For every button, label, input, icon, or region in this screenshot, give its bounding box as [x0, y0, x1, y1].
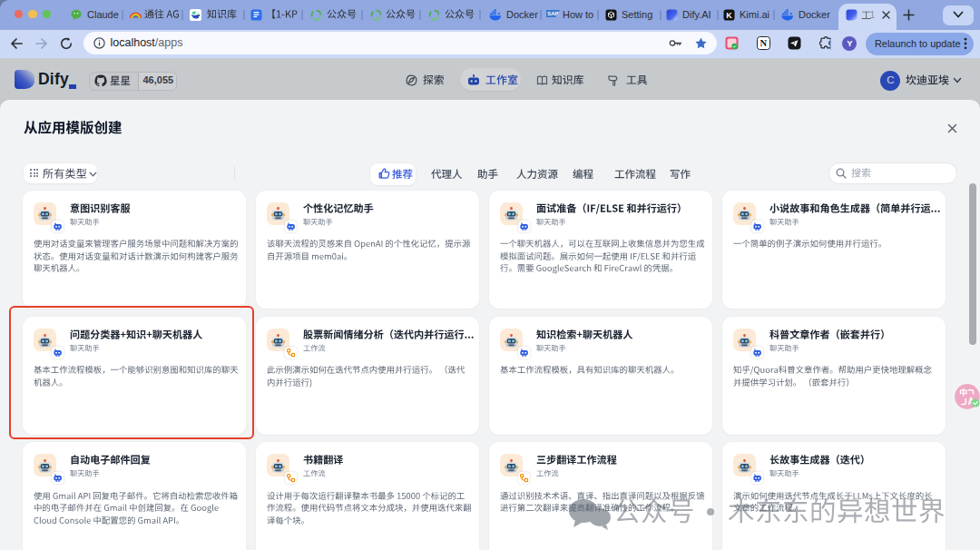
svg-text:SAP: SAP	[547, 11, 558, 16]
svg-text:K: K	[726, 10, 732, 19]
svg-text:N: N	[760, 38, 767, 48]
